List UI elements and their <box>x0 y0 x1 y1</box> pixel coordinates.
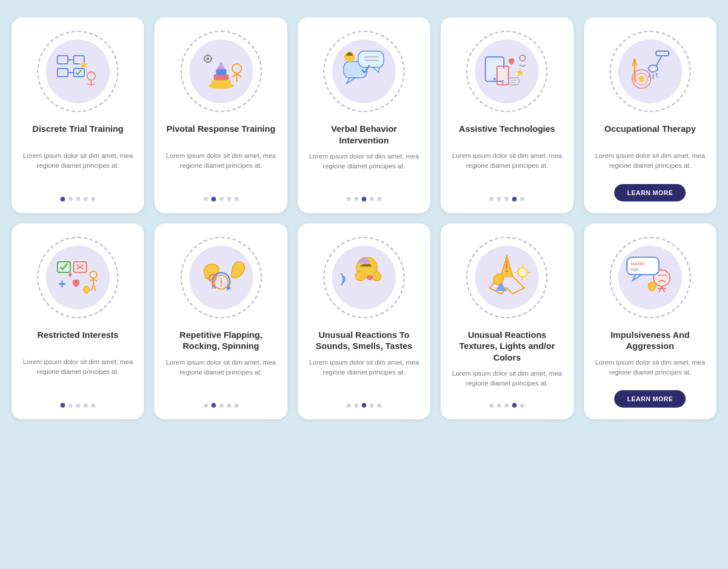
svg-rect-33 <box>509 78 519 85</box>
card-body: Lorem ipsum dolor sit dim amet, mea regi… <box>20 357 136 395</box>
dot-2 <box>504 404 509 408</box>
svg-marker-11 <box>217 62 225 69</box>
dot-1 <box>211 403 216 408</box>
pagination-dots <box>347 197 381 201</box>
dot-3 <box>512 403 517 408</box>
svg-rect-8 <box>211 80 231 86</box>
card-title: Occupational Therapy <box>604 123 696 145</box>
card-icon: HATE! %$#! <box>624 250 676 305</box>
pagination-dots <box>347 403 381 408</box>
dot-0 <box>489 197 493 201</box>
card-icon <box>195 250 247 305</box>
dot-4 <box>235 197 239 201</box>
dot-4 <box>235 404 239 408</box>
svg-rect-10 <box>216 69 226 75</box>
card-occupational-therapy: Occupational Therapy Lorem ipsum dolor s… <box>584 17 716 213</box>
dot-1 <box>354 197 358 201</box>
row-2: Restricted Interests Lorem ipsum dolor s… <box>12 224 716 420</box>
dot-4 <box>377 197 381 201</box>
svg-text:HATE!: HATE! <box>631 261 645 267</box>
card-title: Pivotal Response Training <box>167 123 276 145</box>
dot-3 <box>370 197 374 201</box>
svg-point-60 <box>506 270 508 272</box>
pagination-dots <box>204 197 239 201</box>
dot-0 <box>204 197 208 201</box>
svg-point-51 <box>90 271 97 278</box>
card-icon <box>338 250 390 305</box>
pagination-dots <box>60 197 95 201</box>
row-1: Discrete Trial Training Lorem ipsum dolo… <box>12 17 716 213</box>
card-repetitive-flapping: Repetitive Flapping, Rocking, Spinning L… <box>154 224 287 420</box>
card-body: Lorem ipsum dolor sit dim amet, mea regi… <box>449 369 565 395</box>
card-impulsiveness: HATE! %$#! Impulsiveness And Aggression … <box>584 224 716 420</box>
dot-3 <box>84 197 88 201</box>
pagination-dots <box>60 403 95 408</box>
svg-point-55 <box>220 284 222 286</box>
icon-area <box>463 28 550 115</box>
svg-point-46 <box>639 76 644 82</box>
dot-3 <box>370 404 374 408</box>
dot-2 <box>76 404 80 408</box>
dot-3 <box>84 404 88 408</box>
dot-1 <box>497 404 501 408</box>
icon-area <box>178 234 265 321</box>
icon-area <box>463 234 550 321</box>
dot-0 <box>60 403 65 408</box>
dot-4 <box>520 197 524 201</box>
svg-rect-0 <box>57 56 68 64</box>
card-verbal-behavior: Verbal Behavior Intervention Lorem ipsum… <box>298 17 430 213</box>
svg-marker-22 <box>373 67 380 72</box>
icon-area <box>34 28 121 115</box>
svg-rect-36 <box>656 51 669 56</box>
card-pivotal-response: Pivotal Response Training Lorem ipsum do… <box>154 17 287 213</box>
dot-2 <box>219 404 224 408</box>
card-body: Lorem ipsum dolor sit dim amet, mea regi… <box>20 151 136 189</box>
icon-area: HATE! %$#! <box>607 234 694 321</box>
dot-4 <box>91 197 95 201</box>
icon-area <box>34 234 121 321</box>
card-unusual-reactions-sounds: Unusual Reactions To Sounds, Smells, Tas… <box>298 224 430 420</box>
card-icon <box>52 44 104 99</box>
card-title: Restricted Interests <box>37 329 118 351</box>
card-title: Repetitive Flapping, Rocking, Spinning <box>163 329 279 352</box>
svg-marker-20 <box>347 78 355 84</box>
card-icon <box>338 44 390 99</box>
dot-3 <box>512 197 517 201</box>
card-icon <box>195 44 247 99</box>
card-body: Lorem ipsum dolor sit dim amet, mea regi… <box>592 358 708 378</box>
dot-0 <box>60 197 65 201</box>
pagination-dots <box>204 403 239 408</box>
svg-point-61 <box>518 268 527 277</box>
card-body: Lorem ipsum dolor sit dim amet, mea regi… <box>163 151 279 189</box>
svg-point-31 <box>502 82 504 84</box>
pagination-dots <box>489 403 524 408</box>
dot-4 <box>91 404 95 408</box>
svg-text:%$#!: %$#! <box>630 268 639 272</box>
icon-area <box>320 28 408 115</box>
card-title: Impulsiveness And Aggression <box>592 329 708 352</box>
dot-1 <box>497 197 501 201</box>
learn-more-button[interactable]: LEARN MORE <box>614 184 686 201</box>
dot-1 <box>354 404 358 408</box>
card-body: Lorem ipsum dolor sit dim amet, mea regi… <box>306 358 422 395</box>
svg-point-6 <box>87 72 95 80</box>
icon-area <box>607 28 694 115</box>
svg-rect-1 <box>57 69 68 77</box>
svg-point-37 <box>648 65 658 72</box>
card-title: Unusual Reactions Textures, Lights and/o… <box>449 329 565 363</box>
learn-more-button[interactable]: LEARN MORE <box>614 390 686 408</box>
svg-rect-30 <box>499 69 507 80</box>
svg-rect-21 <box>358 51 384 67</box>
dot-1 <box>69 404 73 408</box>
card-title: Assistive Technologies <box>459 123 556 145</box>
dot-4 <box>520 404 524 408</box>
card-icon <box>624 44 676 99</box>
card-title: Verbal Behavior Intervention <box>306 123 422 146</box>
card-icon <box>481 44 533 99</box>
card-body: Lorem ipsum dolor sit dim amet, mea regi… <box>306 152 422 189</box>
card-assistive-tech: Assistive Technologies Lorem ipsum dolor… <box>441 17 573 213</box>
dot-2 <box>504 197 509 201</box>
svg-rect-9 <box>214 74 229 80</box>
dot-1 <box>211 197 216 201</box>
svg-line-40 <box>657 73 657 78</box>
